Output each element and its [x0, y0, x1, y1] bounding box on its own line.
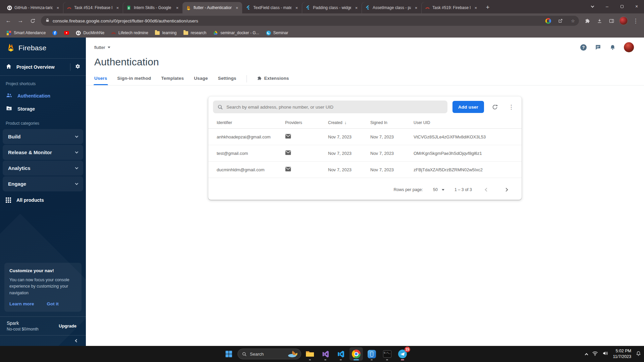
- back-button[interactable]: ←: [3, 15, 14, 26]
- bookmark-ducminhne[interactable]: DucMinhNe: [73, 30, 107, 36]
- terminal-icon[interactable]: C:\_: [380, 347, 394, 361]
- tab-templates[interactable]: Templates: [161, 76, 184, 85]
- got-it-button[interactable]: Got it: [47, 301, 59, 306]
- address-bar[interactable]: console.firebase.google.com/u/0/project/…: [41, 16, 579, 26]
- col-signed-in[interactable]: Signed In: [370, 120, 414, 125]
- sidebar-category-release-monitor[interactable]: Release & Monitor: [3, 145, 83, 160]
- profile-avatar[interactable]: [618, 15, 629, 26]
- tab-extensions[interactable]: Extensions: [257, 76, 289, 85]
- tab-users[interactable]: Users: [94, 76, 107, 85]
- close-icon[interactable]: ×: [473, 5, 479, 11]
- wifi-icon[interactable]: [592, 351, 598, 357]
- bookmark-smart-attendance[interactable]: Smart Attendance: [3, 30, 49, 36]
- sidebar-item-authentication[interactable]: Authentication: [0, 89, 86, 102]
- browser-tab-padding[interactable]: Padding class - widgets lib ×: [302, 2, 362, 13]
- bookmark-lifetech-redmine[interactable]: Lifetech redmine: [108, 30, 151, 36]
- sidebar-all-products[interactable]: All products: [0, 192, 86, 208]
- help-icon[interactable]: ?: [580, 44, 587, 51]
- vscode-icon[interactable]: [334, 347, 347, 361]
- col-created[interactable]: Created ↓: [328, 120, 370, 125]
- notification-bell-icon[interactable]: [636, 351, 641, 358]
- file-explorer-icon[interactable]: [303, 347, 317, 361]
- firebase-brand[interactable]: Firebase: [0, 38, 86, 59]
- chevron-down-icon[interactable]: [585, 0, 600, 13]
- prev-page-button[interactable]: [482, 185, 491, 194]
- taskbar-search[interactable]: Search: [237, 349, 301, 359]
- browser-tab-firebase-active[interactable]: flutter - Authentication - F ×: [182, 2, 242, 13]
- download-icon[interactable]: [594, 15, 605, 26]
- col-providers[interactable]: Providers: [285, 120, 328, 125]
- close-icon[interactable]: ×: [413, 5, 419, 11]
- close-icon[interactable]: ×: [55, 5, 61, 11]
- close-icon[interactable]: ×: [174, 5, 180, 11]
- browser-tab-sheets[interactable]: Intern Skills - Google Tran ×: [123, 2, 182, 13]
- close-window-button[interactable]: ×: [629, 0, 644, 13]
- maximize-button[interactable]: [614, 0, 629, 13]
- browser-tab-task-514[interactable]: Task #514: Firebase learni ×: [63, 2, 123, 13]
- bookmark-facebook[interactable]: [49, 30, 60, 36]
- sidebar-collapse-row[interactable]: [0, 335, 86, 346]
- start-button[interactable]: [222, 347, 235, 361]
- visual-studio-icon[interactable]: [319, 347, 332, 361]
- tab-settings[interactable]: Settings: [218, 76, 236, 85]
- account-avatar[interactable]: [624, 42, 634, 52]
- new-tab-button[interactable]: +: [483, 3, 492, 12]
- volume-icon[interactable]: [602, 351, 608, 357]
- extensions-puzzle-icon[interactable]: [582, 15, 593, 26]
- sidebar-category-build[interactable]: Build: [3, 129, 83, 144]
- share-icon[interactable]: [556, 16, 565, 25]
- google-translate-icon[interactable]: [543, 16, 553, 25]
- phone-link-icon[interactable]: [365, 347, 378, 361]
- bookmark-youtube[interactable]: [61, 30, 72, 36]
- gear-icon[interactable]: [74, 63, 80, 71]
- close-icon[interactable]: ×: [354, 5, 359, 11]
- browser-menu-kebab-icon[interactable]: ⋮: [630, 15, 641, 26]
- feedback-icon[interactable]: [595, 44, 601, 51]
- learn-more-link[interactable]: Learn more: [9, 301, 34, 306]
- user-search[interactable]: [213, 101, 447, 113]
- col-identifier[interactable]: Identifier: [213, 120, 285, 125]
- next-page-button[interactable]: [501, 185, 511, 194]
- project-switcher[interactable]: flutter: [94, 45, 110, 50]
- reload-button[interactable]: [27, 15, 38, 26]
- tab-title: AssetImage class - paintin: [373, 5, 411, 10]
- table-row[interactable]: test@gmail.com Nov 7, 2023 Nov 7, 2023 O…: [208, 145, 522, 162]
- chrome-icon[interactable]: [350, 347, 363, 361]
- sidebar-item-storage[interactable]: Storage: [0, 102, 86, 115]
- refresh-icon[interactable]: [489, 101, 500, 113]
- rows-per-page-select[interactable]: 50: [433, 187, 444, 192]
- redmine-icon: [66, 5, 72, 10]
- bookmark-seminar[interactable]: Seminar: [263, 30, 291, 36]
- side-panel-icon[interactable]: [606, 15, 617, 26]
- project-overview-row[interactable]: Project Overview: [0, 59, 86, 76]
- browser-tab-task-519[interactable]: Task #519: Firebase learni ×: [421, 2, 481, 13]
- close-icon[interactable]: ×: [294, 5, 300, 11]
- sidebar-category-analytics[interactable]: Analytics: [3, 161, 83, 176]
- telegram-icon[interactable]: 15: [396, 347, 409, 361]
- close-icon[interactable]: ×: [234, 5, 240, 11]
- tab-sign-in-method[interactable]: Sign-in method: [117, 76, 151, 85]
- taskbar-clock[interactable]: 5:02 PM 11/7/2023: [613, 348, 631, 360]
- card-menu-kebab-icon[interactable]: ⋮: [505, 101, 517, 113]
- upgrade-button[interactable]: Upgrade: [56, 321, 79, 330]
- bookmark-seminar-docker[interactable]: seminar_docker - G...: [210, 30, 262, 36]
- bookmark-star-icon[interactable]: ☆: [568, 16, 578, 25]
- search-input[interactable]: [226, 105, 443, 110]
- tab-usage[interactable]: Usage: [194, 76, 208, 85]
- cell-identifier: anhkhoadepzai@gmail.com: [213, 134, 285, 139]
- sidebar-category-engage[interactable]: Engage: [3, 176, 83, 191]
- col-user-uid[interactable]: User UID: [414, 120, 517, 125]
- bell-icon[interactable]: [609, 44, 616, 51]
- tray-chevron-up-icon[interactable]: [585, 353, 588, 356]
- bookmark-research[interactable]: research: [180, 30, 210, 36]
- browser-tab-github[interactable]: GitHub - Hmmza-tariq/flu ×: [3, 2, 63, 13]
- forward-button[interactable]: →: [15, 15, 26, 26]
- browser-tab-assetimage[interactable]: AssetImage class - paintin ×: [362, 2, 421, 13]
- table-row[interactable]: anhkhoadepzai@gmail.com Nov 7, 2023 Nov …: [208, 129, 522, 145]
- browser-tab-textfield[interactable]: TextField class - material li ×: [242, 2, 302, 13]
- bookmark-learning[interactable]: learning: [152, 30, 180, 36]
- minimize-button[interactable]: –: [600, 0, 614, 13]
- table-row[interactable]: ducminhldm@gmail.com Nov 7, 2023 Nov 7, …: [208, 162, 522, 178]
- add-user-button[interactable]: Add user: [452, 101, 484, 113]
- close-icon[interactable]: ×: [115, 5, 120, 11]
